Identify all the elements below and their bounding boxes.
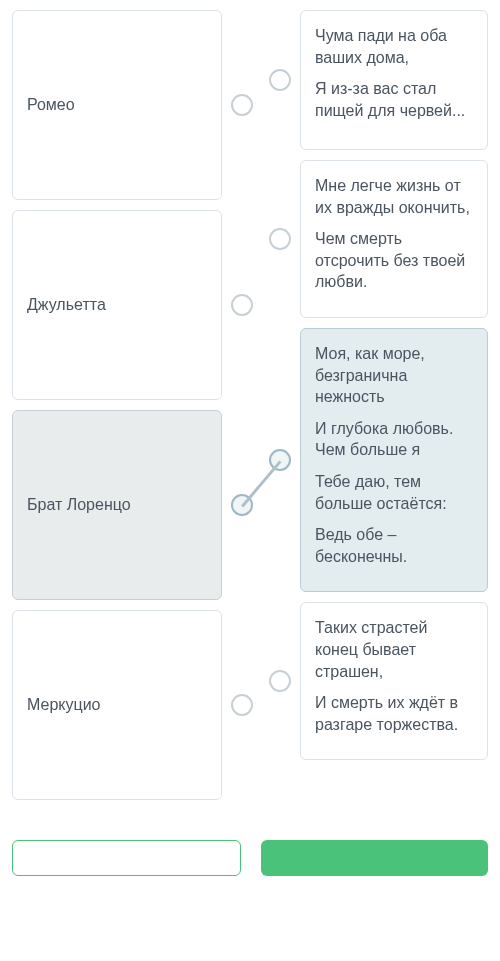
right-card-1[interactable]: Мне легче жизнь от их вражды окончить,Че… (300, 160, 488, 318)
left-card-3[interactable]: Меркуцио (12, 610, 222, 800)
quote-line: Моя, как море, безгранична нежность (315, 343, 473, 408)
quote-line: Я из-за вас стал пищей для червей... (315, 78, 473, 121)
left-card-2[interactable]: Брат Лоренцо (12, 410, 222, 600)
connection-dot-right[interactable] (269, 228, 291, 250)
action-buttons (0, 820, 500, 876)
right-card-3[interactable]: Таких страстей конец бывает страшен,И см… (300, 602, 488, 760)
quote-line: Ведь обе – бесконечны. (315, 524, 473, 567)
quote-line: Тебе даю, тем больше остаётся: (315, 471, 473, 514)
left-card-label: Брат Лоренцо (27, 496, 131, 514)
left-card-label: Меркуцио (27, 696, 100, 714)
connection-dot-left[interactable] (231, 694, 253, 716)
quote-line: Чума пади на оба ваших дома, (315, 25, 473, 68)
right-card-0[interactable]: Чума пади на оба ваших дома,Я из-за вас … (300, 10, 488, 150)
matching-exercise: РомеоДжульеттаБрат ЛоренцоМеркуцио Чума … (0, 0, 500, 820)
right-card-2[interactable]: Моя, как море, безгранична нежностьИ глу… (300, 328, 488, 592)
quote-line: Мне легче жизнь от их вражды окончить, (315, 175, 473, 218)
quote-line: И глубока любовь. Чем больше я (315, 418, 473, 461)
left-card-0[interactable]: Ромео (12, 10, 222, 200)
quote-line: Чем смерть отсрочить без твоей любви. (315, 228, 473, 293)
left-card-1[interactable]: Джульетта (12, 210, 222, 400)
connection-dot-left[interactable] (231, 94, 253, 116)
connection-dot-right[interactable] (269, 670, 291, 692)
connection-dot-left[interactable] (231, 294, 253, 316)
secondary-button[interactable] (12, 840, 241, 876)
left-card-label: Джульетта (27, 296, 106, 314)
quote-line: Таких страстей конец бывает страшен, (315, 617, 473, 682)
quote-line: И смерть их ждёт в разгаре торжества. (315, 692, 473, 735)
connection-dot-right[interactable] (269, 69, 291, 91)
primary-button[interactable] (261, 840, 488, 876)
left-card-label: Ромео (27, 96, 75, 114)
